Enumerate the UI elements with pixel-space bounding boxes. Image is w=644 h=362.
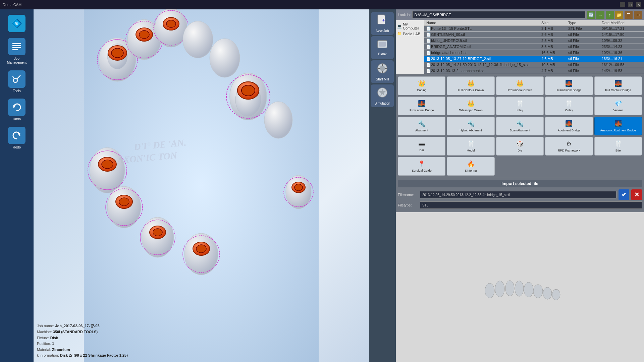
import-section: Import selected file Filename: ✔ ✕ Filet…	[396, 178, 644, 212]
type-btn-full-contour-bridge[interactable]: 🌉Full Contour Bridge	[594, 76, 642, 95]
sidebar-item-tools[interactable]: Tools	[3, 68, 30, 95]
rpd-framework-icon: ⚙	[566, 140, 572, 147]
svg-point-41	[153, 229, 162, 236]
svg-point-29	[241, 85, 255, 96]
svg-rect-5	[12, 47, 21, 48]
inlay-icon: 🦷	[516, 100, 524, 107]
type-btn-provisional-bridge[interactable]: 🌉Provisional Bridge	[398, 97, 445, 115]
extra-value: Disk Zr (98 x 22 Shrinkage Factor 1.25)	[60, 353, 128, 357]
abutment-bridge-icon: 🌉	[565, 120, 573, 127]
type-btn-coping[interactable]: 👑Coping	[398, 76, 445, 95]
full-contour-crown-icon: 👑	[467, 80, 475, 87]
file-browser: Look in: 🔄 → ↑ 📁 ☰ ⊞ 💻 My Computer 📁	[396, 9, 644, 74]
position-value: 1	[52, 342, 54, 346]
file-item[interactable]: 📄bridge attachment1.st 16.6 MB stl File …	[424, 50, 644, 56]
3d-viewport[interactable]: D'I° DE 'AN. AXON'IC TON 1 Job name: Job…	[34, 9, 369, 362]
start-mill-button[interactable]: Start Mill	[371, 60, 394, 83]
type-btn-inlay[interactable]: 🦷Inlay	[496, 97, 544, 115]
type-btn-scan-abutment[interactable]: 🔩Scan Abutment	[496, 117, 544, 135]
type-btn-provisional-crown[interactable]: 👑Provisional Crown	[496, 76, 544, 95]
maximize-button[interactable]: □	[628, 2, 633, 7]
svg-marker-59	[384, 15, 385, 16]
type-btn-sintering[interactable]: 🔥Sintering	[447, 157, 494, 176]
simulation-label: Simulation	[375, 102, 390, 105]
sidebar-item-redo[interactable]: Redo	[3, 125, 30, 151]
details-view-button[interactable]: ☰	[625, 11, 633, 19]
folder-button[interactable]: 📁	[615, 11, 623, 19]
type-btn-telescopic-crown[interactable]: 👑Telescopic Crown	[447, 97, 494, 115]
svg-rect-6	[12, 49, 18, 50]
svg-point-16	[111, 48, 123, 58]
type-btn-abutment[interactable]: 🔩Abutment	[398, 117, 445, 135]
thumbnail-view-button[interactable]: ⊞	[634, 11, 642, 19]
svg-point-52	[210, 39, 240, 77]
close-button[interactable]: ✕	[636, 2, 641, 7]
simulation-button[interactable]: Simulation	[371, 84, 394, 107]
right-panel: Look in: 🔄 → ↑ 📁 ☰ ⊞ 💻 My Computer 📁	[396, 9, 644, 362]
svg-point-51	[183, 21, 213, 58]
file-item[interactable]: 📄2013-12-05_13-27-12 BRIDGE_2.stl 4.6 MB…	[424, 56, 644, 62]
type-btn-onlay[interactable]: 🦷Onlay	[545, 97, 593, 115]
new-job-label: New Job	[376, 29, 389, 33]
position-label: Position:	[37, 342, 51, 346]
type-btn-model[interactable]: 🦷Model	[447, 137, 494, 156]
svg-line-8	[17, 75, 20, 79]
up-button[interactable]: ↑	[606, 11, 614, 19]
sidebar-item-navigation[interactable]: ⊕	[3, 13, 30, 34]
path-input[interactable]	[412, 11, 586, 18]
type-btn-bite[interactable]: 🦷Bite	[594, 137, 642, 156]
type-btn-abutment-bridge[interactable]: 🌉Abutment Bridge	[545, 117, 593, 135]
job-name-label: Job name:	[37, 324, 54, 328]
job-management-label: Job Management	[5, 57, 29, 65]
navigation-icon: ⊕	[8, 15, 25, 32]
type-btn-rpd-framework[interactable]: ⚙RPD Framework	[545, 137, 593, 156]
type-btn-full-contour-crown[interactable]: 👑Full Contour Crown	[447, 76, 494, 95]
type-btn-bar[interactable]: ▬Bar	[398, 137, 445, 156]
job-name-value: Job_2017-02-06_17-17-05	[55, 324, 99, 328]
tree-item-label: My Computer	[403, 22, 423, 30]
sidebar-item-job-management[interactable]: Job Management	[3, 36, 30, 67]
type-btn-die[interactable]: 🎲Die	[496, 137, 544, 156]
tree-item-my-computer[interactable]: 💻 My Computer	[397, 21, 423, 31]
onlay-icon: 🦷	[565, 100, 573, 107]
blank-button[interactable]: Blank	[371, 36, 394, 59]
surgical-guide-icon: 📍	[418, 160, 425, 168]
scan-abutment-icon: 🔩	[516, 120, 524, 127]
simulation-icon	[376, 86, 388, 101]
undo-icon	[8, 99, 25, 116]
preview-model	[470, 267, 570, 307]
type-btn-surgical-guide[interactable]: 📍Surgical Guide	[398, 157, 445, 176]
minimize-button[interactable]: ─	[620, 2, 625, 7]
svg-point-73	[505, 281, 514, 296]
title-bar: DentalCAM ─ □ ✕	[0, 0, 644, 9]
machine-value: 350i (STANDARD TOOLS)	[53, 330, 98, 334]
type-btn-framework-bridge[interactable]: 🌉Framework Bridge	[545, 76, 593, 95]
filetype-input[interactable]	[420, 201, 642, 209]
file-item[interactable]: 📄BRIDGE_ANATOMIC.stl 3.8 MB stl File 23/…	[424, 44, 644, 50]
type-btn-hybrid-abutment[interactable]: 🔩Hybrid Abutment	[447, 117, 494, 135]
refresh-button[interactable]: 🔄	[587, 11, 595, 19]
svg-point-20	[139, 31, 149, 39]
filename-input[interactable]	[420, 191, 616, 198]
file-item[interactable]: 📄2013-12-03-13-2...attachment.stl 4.7 MB…	[424, 68, 644, 74]
import-confirm-button[interactable]: ✔	[619, 189, 629, 200]
tree-item-paolo-lab[interactable]: 📁 Paolo.LAB	[397, 31, 423, 37]
sidebar-item-undo[interactable]: Undo	[3, 97, 30, 123]
app-title: DentalCAM	[3, 3, 21, 7]
svg-point-24	[166, 20, 176, 27]
col-type: Type	[568, 21, 602, 25]
forward-button[interactable]: →	[596, 11, 604, 19]
import-cancel-button[interactable]: ✕	[631, 189, 642, 200]
file-item[interactable]: 📄Ponte 13 - 15 Ponte.STL 3.1 MB STL File…	[424, 26, 644, 32]
svg-point-45	[196, 245, 206, 253]
type-btn-veneer[interactable]: 💎Veneer	[594, 97, 642, 115]
file-item[interactable]: 📄2013-12-05_14-21-50 2013-12-12_12-36-4b…	[424, 62, 644, 68]
type-btn-anatomic-abutment-bridge[interactable]: 🌉Anatomic Abutment Bridge	[594, 117, 642, 135]
new-job-button[interactable]: New Job	[371, 12, 394, 35]
file-item[interactable]: 📄bkillot_UNDERCUt.stl 2.5 MB stl File 10…	[424, 38, 644, 44]
file-item[interactable]: 📄GENTLEMAN_00.stl 2.6 MB stl File 14/15/…	[424, 32, 644, 38]
tools-label: Tools	[13, 89, 20, 93]
filename-row: Filename: ✔ ✕	[398, 189, 642, 200]
svg-point-76	[533, 285, 543, 298]
preview-area	[396, 212, 644, 362]
